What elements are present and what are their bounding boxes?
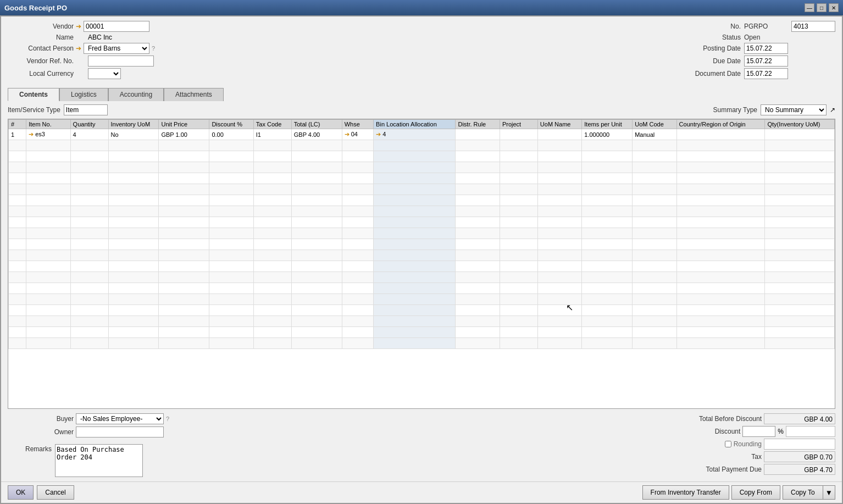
cell-uom_name[interactable] bbox=[537, 327, 581, 338]
cell-uom_name[interactable] bbox=[537, 184, 581, 195]
cell-uom_name[interactable] bbox=[537, 239, 581, 250]
cell-discount_pct[interactable] bbox=[209, 228, 253, 239]
cell-discount_pct[interactable] bbox=[209, 316, 253, 327]
cell-discount_pct[interactable] bbox=[209, 206, 253, 217]
cell-total_lc[interactable] bbox=[291, 217, 342, 228]
cancel-button[interactable]: Cancel bbox=[37, 485, 74, 500]
cell-items_per_unit[interactable] bbox=[582, 261, 633, 272]
cell-quantity[interactable] bbox=[70, 162, 108, 173]
cell-inventory_uom[interactable] bbox=[108, 338, 159, 349]
cell-total_lc[interactable] bbox=[291, 184, 342, 195]
cell-tax_code[interactable] bbox=[253, 272, 291, 283]
cell-discount_pct[interactable] bbox=[209, 272, 253, 283]
cell-project[interactable] bbox=[500, 184, 537, 195]
cell-row_num[interactable]: 1 bbox=[9, 129, 26, 140]
cell-uom_code[interactable] bbox=[633, 250, 676, 261]
cell-qty_inventory_uom[interactable] bbox=[765, 327, 835, 338]
cell-row_num[interactable] bbox=[9, 283, 26, 294]
cell-project[interactable] bbox=[500, 316, 537, 327]
discount-percent-input[interactable] bbox=[742, 426, 775, 437]
cell-distr_rule[interactable] bbox=[456, 217, 500, 228]
cell-unit_price[interactable] bbox=[159, 184, 209, 195]
cell-row_num[interactable] bbox=[9, 250, 26, 261]
cell-quantity[interactable]: 4 bbox=[70, 129, 108, 140]
cell-country_region[interactable] bbox=[676, 272, 765, 283]
cell-inventory_uom[interactable] bbox=[108, 239, 159, 250]
cell-whse[interactable] bbox=[342, 173, 373, 184]
cell-whse[interactable]: ➔ 04 bbox=[342, 129, 373, 140]
cell-row_num[interactable] bbox=[9, 327, 26, 338]
rounding-checkbox[interactable] bbox=[725, 441, 731, 447]
cell-distr_rule[interactable] bbox=[456, 283, 500, 294]
cell-uom_name[interactable] bbox=[537, 162, 581, 173]
cell-whse[interactable] bbox=[342, 338, 373, 349]
cell-tax_code[interactable] bbox=[253, 140, 291, 151]
cell-total_lc[interactable] bbox=[291, 316, 342, 327]
cell-inventory_uom[interactable] bbox=[108, 173, 159, 184]
cell-project[interactable] bbox=[500, 217, 537, 228]
cell-item_no[interactable] bbox=[26, 151, 70, 162]
cell-uom_code[interactable] bbox=[633, 173, 676, 184]
cell-country_region[interactable] bbox=[676, 195, 765, 206]
cell-items_per_unit[interactable] bbox=[582, 327, 633, 338]
cell-uom_name[interactable] bbox=[537, 294, 581, 305]
cell-whse[interactable] bbox=[342, 283, 373, 294]
cell-bin_location[interactable] bbox=[374, 250, 456, 261]
cell-whse[interactable] bbox=[342, 184, 373, 195]
cell-items_per_unit[interactable] bbox=[582, 151, 633, 162]
cell-quantity[interactable] bbox=[70, 184, 108, 195]
cell-quantity[interactable] bbox=[70, 272, 108, 283]
cell-qty_inventory_uom[interactable] bbox=[765, 228, 835, 239]
cell-unit_price[interactable] bbox=[159, 338, 209, 349]
cell-qty_inventory_uom[interactable] bbox=[765, 283, 835, 294]
cell-distr_rule[interactable] bbox=[456, 129, 500, 140]
cell-country_region[interactable] bbox=[676, 316, 765, 327]
cell-items_per_unit[interactable] bbox=[582, 305, 633, 316]
cell-row_num[interactable] bbox=[9, 316, 26, 327]
cell-country_region[interactable] bbox=[676, 184, 765, 195]
cell-distr_rule[interactable] bbox=[456, 250, 500, 261]
cell-uom_name[interactable] bbox=[537, 151, 581, 162]
cell-items_per_unit[interactable]: 1.000000 bbox=[582, 129, 633, 140]
vendor-ref-input[interactable] bbox=[88, 56, 154, 67]
cell-item_no[interactable] bbox=[26, 283, 70, 294]
cell-uom_name[interactable] bbox=[537, 283, 581, 294]
cell-inventory_uom[interactable] bbox=[108, 327, 159, 338]
cell-whse[interactable] bbox=[342, 316, 373, 327]
cell-project[interactable] bbox=[500, 239, 537, 250]
cell-discount_pct[interactable] bbox=[209, 327, 253, 338]
cell-bin_location[interactable] bbox=[374, 261, 456, 272]
cell-row_num[interactable] bbox=[9, 228, 26, 239]
cell-quantity[interactable] bbox=[70, 217, 108, 228]
cell-item_no[interactable] bbox=[26, 239, 70, 250]
cell-bin_location[interactable] bbox=[374, 272, 456, 283]
cell-whse[interactable] bbox=[342, 305, 373, 316]
cell-quantity[interactable] bbox=[70, 316, 108, 327]
cell-country_region[interactable] bbox=[676, 151, 765, 162]
cell-qty_inventory_uom[interactable] bbox=[765, 250, 835, 261]
cell-qty_inventory_uom[interactable] bbox=[765, 195, 835, 206]
cell-whse[interactable] bbox=[342, 261, 373, 272]
cell-qty_inventory_uom[interactable] bbox=[765, 162, 835, 173]
cell-inventory_uom[interactable] bbox=[108, 283, 159, 294]
tab-contents[interactable]: Contents bbox=[8, 88, 59, 101]
cell-row_num[interactable] bbox=[9, 151, 26, 162]
cell-total_lc[interactable] bbox=[291, 327, 342, 338]
cell-uom_code[interactable] bbox=[633, 140, 676, 151]
cell-total_lc[interactable] bbox=[291, 305, 342, 316]
cell-distr_rule[interactable] bbox=[456, 140, 500, 151]
cell-bin_location[interactable] bbox=[374, 140, 456, 151]
cell-distr_rule[interactable] bbox=[456, 294, 500, 305]
cell-project[interactable] bbox=[500, 140, 537, 151]
cell-unit_price[interactable] bbox=[159, 162, 209, 173]
cell-row_num[interactable] bbox=[9, 162, 26, 173]
posting-date-input[interactable] bbox=[744, 43, 788, 54]
cell-country_region[interactable] bbox=[676, 327, 765, 338]
cell-uom_name[interactable] bbox=[537, 228, 581, 239]
cell-discount_pct[interactable] bbox=[209, 140, 253, 151]
cell-quantity[interactable] bbox=[70, 239, 108, 250]
cell-uom_code[interactable] bbox=[633, 151, 676, 162]
cell-qty_inventory_uom[interactable] bbox=[765, 272, 835, 283]
cell-item_no[interactable] bbox=[26, 184, 70, 195]
cell-items_per_unit[interactable] bbox=[582, 316, 633, 327]
